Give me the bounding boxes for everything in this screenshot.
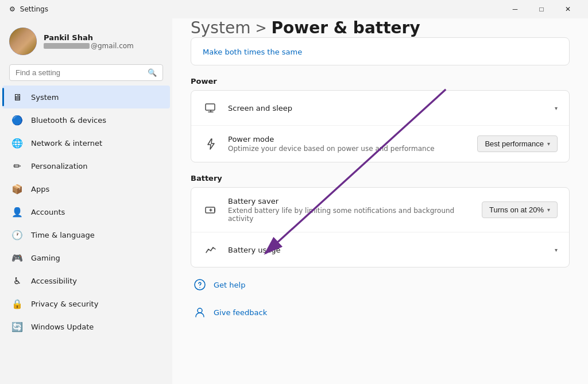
power-mode-title: Power mode: [228, 135, 468, 143]
sidebar-item-network[interactable]: 🌐 Network & internet: [2, 131, 170, 154]
battery-saver-subtitle: Extend battery life by limiting some not…: [228, 207, 473, 223]
privacy-icon: 🔒: [11, 298, 23, 309]
make-same-link[interactable]: Make both times the same: [203, 48, 302, 56]
sidebar: Pankil Shah @gmail.com 🔍 🖥 System 🔵 Blue…: [0, 18, 172, 384]
avatar: [9, 28, 37, 55]
windows-update-icon: 🔄: [11, 321, 23, 332]
sidebar-item-accessibility[interactable]: ♿ Accessibility: [2, 269, 170, 292]
sidebar-item-privacy[interactable]: 🔒 Privacy & security: [2, 292, 170, 315]
get-help-icon: [193, 278, 207, 292]
window-controls: ─ □ ✕: [502, 0, 581, 18]
sidebar-item-label: System: [31, 93, 59, 102]
screen-sleep-chevron: ▾: [555, 105, 558, 111]
sidebar-item-label: Personalization: [31, 162, 88, 170]
screen-sleep-content: Screen and sleep: [228, 104, 546, 113]
user-name: Pankil Shah: [44, 33, 134, 42]
breadcrumb-current: Power & battery: [272, 18, 420, 37]
close-button[interactable]: ✕: [555, 0, 581, 18]
battery-saver-title: Battery saver: [228, 197, 473, 205]
power-section-label: Power: [191, 77, 570, 86]
sidebar-item-accounts[interactable]: 👤 Accounts: [2, 200, 170, 223]
power-mode-content: Power mode Optimize your device based on…: [228, 135, 468, 153]
sidebar-item-personalization[interactable]: ✏️ Personalization: [2, 154, 170, 177]
power-card: Screen and sleep ▾ Power mode: [191, 90, 570, 162]
svg-point-3: [199, 287, 200, 288]
battery-usage-row[interactable]: Battery usage ▾: [191, 232, 569, 267]
sidebar-item-gaming[interactable]: 🎮 Gaming: [2, 246, 170, 269]
give-feedback-icon: [193, 305, 207, 319]
title-bar: ⚙ Settings ─ □ ✕: [0, 0, 588, 18]
sidebar-item-system[interactable]: 🖥 System: [2, 86, 170, 108]
chevron-down-icon: ▾: [555, 105, 558, 111]
system-icon: 🖥: [11, 91, 23, 103]
main-content: System > Power & battery Make both times…: [172, 18, 588, 384]
screen-sleep-icon: [203, 100, 219, 116]
power-mode-row[interactable]: Power mode Optimize your device based on…: [191, 126, 569, 162]
sidebar-item-apps[interactable]: 📦 Apps: [2, 177, 170, 200]
sidebar-item-label: Accounts: [31, 208, 65, 216]
battery-saver-dropdown-button[interactable]: Turns on at 20% ▾: [482, 201, 558, 218]
power-mode-subtitle: Optimize your device based on power use …: [228, 145, 468, 153]
battery-usage-title: Battery usage: [228, 246, 546, 254]
title-bar-left: ⚙ Settings: [9, 5, 48, 13]
chevron-down-icon: ▾: [555, 247, 558, 253]
sidebar-item-label: Privacy & security: [31, 300, 98, 308]
breadcrumb-parent: System: [191, 18, 250, 37]
sidebar-item-windows-update[interactable]: 🔄 Windows Update: [2, 315, 170, 338]
sidebar-item-label: Apps: [31, 185, 49, 193]
battery-saver-content: Battery saver Extend battery life by lim…: [228, 197, 473, 223]
maximize-button[interactable]: □: [528, 0, 555, 18]
battery-usage-icon: [203, 242, 219, 258]
user-email: @gmail.com: [44, 42, 134, 50]
battery-usage-content: Battery usage: [228, 246, 546, 254]
sidebar-item-label: Time & language: [31, 231, 95, 239]
time-icon: 🕐: [11, 229, 23, 241]
get-help-label: Get help: [214, 281, 245, 289]
battery-usage-chevron: ▾: [555, 247, 558, 253]
search-box[interactable]: 🔍: [9, 64, 163, 81]
sidebar-item-label: Network & internet: [31, 139, 102, 148]
battery-card: Battery saver Extend battery life by lim…: [191, 187, 570, 267]
link-banner: Make both times the same: [191, 37, 570, 65]
personalization-icon: ✏️: [11, 160, 23, 172]
get-help-row[interactable]: Get help: [191, 272, 570, 297]
sidebar-item-label: Accessibility: [31, 277, 77, 285]
network-icon: 🌐: [11, 137, 23, 149]
sidebar-item-label: Windows Update: [31, 323, 94, 331]
accessibility-icon: ♿: [11, 275, 23, 286]
battery-saver-value: Turns on at 20%: [489, 205, 544, 214]
gaming-icon: 🎮: [11, 252, 23, 263]
settings-icon: ⚙: [9, 5, 16, 13]
main-wrapper: System > Power & battery Make both times…: [172, 18, 588, 384]
battery-saver-dropdown[interactable]: Turns on at 20% ▾: [482, 201, 558, 218]
user-profile[interactable]: Pankil Shah @gmail.com: [0, 18, 172, 62]
sidebar-item-bluetooth[interactable]: 🔵 Bluetooth & devices: [2, 108, 170, 131]
screen-sleep-row[interactable]: Screen and sleep ▾: [191, 91, 569, 126]
power-mode-dropdown[interactable]: Best performance ▾: [477, 135, 558, 152]
bottom-links: Get help Give feedback: [191, 272, 570, 325]
sidebar-item-time[interactable]: 🕐 Time & language: [2, 223, 170, 246]
give-feedback-row[interactable]: Give feedback: [191, 300, 570, 325]
sidebar-item-label: Gaming: [31, 254, 60, 262]
battery-section-label: Battery: [191, 174, 570, 183]
svg-point-4: [198, 308, 202, 313]
apps-icon: 📦: [11, 183, 23, 195]
bluetooth-icon: 🔵: [11, 114, 23, 126]
battery-saver-icon: [203, 202, 219, 218]
battery-saver-row[interactable]: Battery saver Extend battery life by lim…: [191, 188, 569, 232]
chevron-down-icon: ▾: [547, 141, 550, 147]
power-mode-icon: [203, 136, 219, 152]
chevron-down-icon: ▾: [547, 207, 550, 213]
breadcrumb-separator: >: [255, 20, 266, 36]
accounts-icon: 👤: [11, 206, 23, 218]
email-blur: [44, 43, 90, 49]
sidebar-item-label: Bluetooth & devices: [31, 116, 106, 125]
search-input[interactable]: [16, 68, 143, 77]
power-mode-value: Best performance: [485, 139, 544, 148]
search-icon: 🔍: [148, 68, 157, 77]
give-feedback-label: Give feedback: [214, 308, 267, 317]
app-title: Settings: [20, 5, 48, 13]
power-mode-dropdown-button[interactable]: Best performance ▾: [477, 135, 558, 152]
minimize-button[interactable]: ─: [502, 0, 528, 18]
user-info: Pankil Shah @gmail.com: [44, 33, 134, 50]
